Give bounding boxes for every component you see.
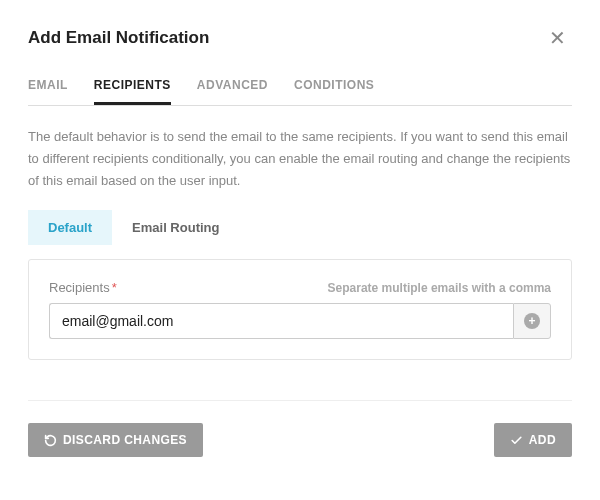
check-icon — [510, 434, 523, 447]
close-icon: ✕ — [549, 27, 566, 49]
add-button-label: ADD — [529, 433, 556, 447]
recipients-description: The default behavior is to send the emai… — [28, 126, 572, 192]
close-button[interactable]: ✕ — [543, 24, 572, 52]
tabs-bar: EMAIL RECIPIENTS ADVANCED CONDITIONS — [28, 68, 572, 106]
required-mark: * — [112, 280, 117, 295]
modal-title: Add Email Notification — [28, 28, 209, 48]
recipients-hint: Separate multiple emails with a comma — [328, 281, 551, 295]
tab-conditions[interactable]: CONDITIONS — [294, 68, 374, 105]
tab-advanced[interactable]: ADVANCED — [197, 68, 268, 105]
plus-circle-icon: + — [524, 313, 540, 329]
recipients-label: Recipients* — [49, 280, 117, 295]
add-recipient-button[interactable]: + — [513, 303, 551, 339]
refresh-icon — [44, 434, 57, 447]
subtabs-bar: Default Email Routing — [28, 210, 572, 245]
tab-email[interactable]: EMAIL — [28, 68, 68, 105]
discard-changes-button[interactable]: DISCARD CHANGES — [28, 423, 203, 457]
discard-changes-label: DISCARD CHANGES — [63, 433, 187, 447]
recipients-input[interactable] — [49, 303, 513, 339]
recipients-panel: Recipients* Separate multiple emails wit… — [28, 259, 572, 360]
add-button[interactable]: ADD — [494, 423, 572, 457]
tab-recipients[interactable]: RECIPIENTS — [94, 68, 171, 105]
subtab-default[interactable]: Default — [28, 210, 112, 245]
subtab-email-routing[interactable]: Email Routing — [112, 210, 239, 245]
